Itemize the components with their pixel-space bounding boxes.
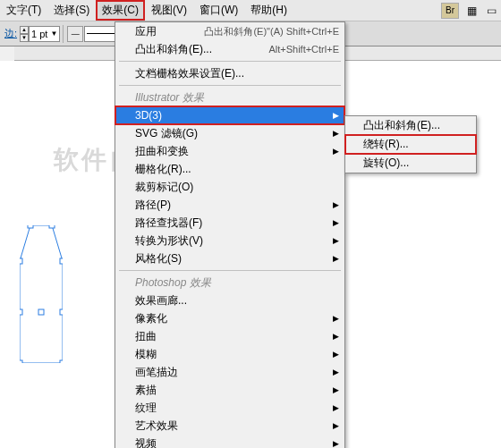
tool-icon[interactable]: ▭: [483, 3, 499, 19]
menu-window[interactable]: 窗口(W): [193, 0, 244, 21]
menu-item-extrude[interactable]: 凸出和斜角(E)...Alt+Shift+Ctrl+E: [115, 40, 344, 58]
menu-item-ps-6[interactable]: 纹理▶: [115, 399, 344, 417]
menu-effect[interactable]: 效果(C): [96, 0, 145, 21]
menu-item-ai-3[interactable]: 栅格化(R)...: [115, 160, 344, 178]
effect-menu-dropdown: 应用凸出和斜角(E)"(A) Shift+Ctrl+E 凸出和斜角(E)...A…: [115, 21, 345, 448]
menu-item-ai-5[interactable]: 路径(P)▶: [115, 196, 344, 214]
svg-rect-7: [60, 360, 63, 363]
menu-item-ps-8[interactable]: 视频▶: [115, 435, 344, 448]
menu-item-ps-1[interactable]: 像素化▶: [115, 309, 344, 327]
menu-item-doc-raster[interactable]: 文档栅格效果设置(E)...: [115, 64, 344, 82]
menu-item-ai-1[interactable]: SVG 滤镜(G)▶: [115, 124, 344, 142]
selected-path[interactable]: [20, 225, 63, 363]
menu-item-ps-2[interactable]: 扭曲▶: [115, 327, 344, 345]
menu-select[interactable]: 选择(S): [47, 0, 96, 21]
stroke-weight-combo[interactable]: 1 pt▼: [29, 26, 60, 42]
menu-item-ps-4[interactable]: 画笔描边▶: [115, 363, 344, 381]
submenu-item-0[interactable]: 凸出和斜角(E)...: [345, 116, 476, 135]
menu-help[interactable]: 帮助(H): [244, 0, 293, 21]
svg-rect-1: [49, 225, 55, 228]
menu-header-photoshop: Photoshop 效果: [115, 274, 344, 292]
menu-item-ai-0[interactable]: 3D(3)▶: [115, 106, 344, 124]
svg-rect-5: [60, 309, 63, 315]
svg-rect-8: [38, 309, 44, 315]
menu-header-illustrator: Illustrator 效果: [115, 89, 344, 106]
menu-item-ps-7[interactable]: 艺术效果▶: [115, 417, 344, 435]
menu-item-ai-6[interactable]: 路径查找器(F)▶: [115, 214, 344, 232]
svg-rect-2: [60, 258, 63, 264]
bridge-icon[interactable]: Br: [441, 3, 459, 19]
menu-item-ps-0[interactable]: 效果画廊...: [115, 292, 344, 309]
dash-btn[interactable]: —: [67, 26, 83, 42]
grid-icon[interactable]: ▦: [463, 3, 480, 19]
submenu-item-1[interactable]: 绕转(R)...: [345, 135, 476, 154]
svg-rect-3: [20, 258, 22, 264]
svg-rect-4: [20, 309, 22, 315]
menu-bar: 文字(T) 选择(S) 效果(C) 视图(V) 窗口(W) 帮助(H) Br ▦…: [0, 0, 501, 21]
menu-text[interactable]: 文字(T): [0, 0, 47, 21]
menu-item-apply[interactable]: 应用凸出和斜角(E)"(A) Shift+Ctrl+E: [115, 22, 344, 40]
svg-rect-0: [28, 225, 33, 228]
menu-item-ps-5[interactable]: 素描▶: [115, 381, 344, 399]
menu-item-ai-2[interactable]: 扭曲和变换▶: [115, 142, 344, 160]
submenu-3d: 凸出和斜角(E)...绕转(R)...旋转(O)...: [344, 115, 477, 173]
stroke-label: 边:: [4, 27, 17, 40]
submenu-item-2[interactable]: 旋转(O)...: [345, 154, 476, 173]
stepper[interactable]: ▲▼: [20, 26, 29, 42]
svg-rect-6: [20, 360, 22, 363]
menu-item-ps-3[interactable]: 模糊▶: [115, 345, 344, 363]
menu-item-ai-8[interactable]: 风格化(S)▶: [115, 249, 344, 267]
menu-item-ai-7[interactable]: 转换为形状(V)▶: [115, 232, 344, 249]
menu-view[interactable]: 视图(V): [145, 0, 193, 21]
menu-item-ai-4[interactable]: 裁剪标记(O): [115, 178, 344, 196]
